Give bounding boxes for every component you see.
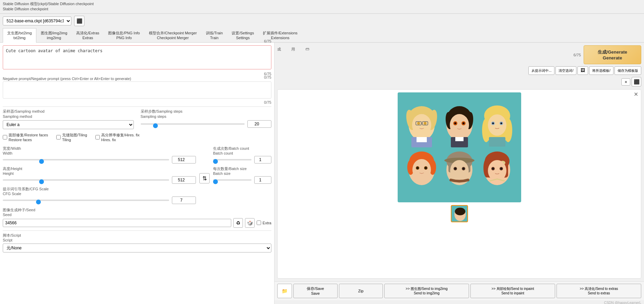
svg-point-54 [462, 168, 464, 170]
left-panel: 6/75 6/75 Negative prompt/Negative promp… [0, 43, 274, 304]
sampling-steps-input[interactable] [247, 120, 271, 128]
save-template-button[interactable]: 将所选模板/ [589, 66, 613, 75]
svg-rect-12 [417, 137, 427, 142]
script-select[interactable]: 元/None None [3, 244, 271, 252]
seed-label: 图像生成种子/Seed Seed [3, 207, 271, 217]
tab-extras[interactable]: 高清化/Extras Extras [72, 28, 104, 43]
svg-point-41 [412, 159, 431, 180]
prompt-token-display: 6/75 [3, 72, 271, 76]
save-button[interactable]: 保存/Save Save [293, 284, 338, 299]
restore-faces-checkbox[interactable]: 面部修复/Restore faces Restore faces [3, 133, 48, 142]
tab-checkpoint[interactable]: 模型合并/Checkpoint Merger Checkpoint Merger [144, 28, 201, 43]
thumbnail-strip [451, 205, 468, 222]
svg-point-30 [488, 114, 506, 136]
batch-count-input[interactable] [254, 156, 271, 164]
save-folder-button[interactable]: 📁 [277, 284, 292, 299]
prompt-counter-top: 6/75 [574, 53, 581, 57]
resize-toggle-button[interactable]: ⇅ [199, 173, 210, 183]
svg-point-45 [425, 167, 426, 169]
width-label: 宽度/Width Width [3, 146, 196, 155]
hires-fix-checkbox[interactable]: 高分辨率修复/Hires. fix Hires. fix [95, 133, 140, 142]
seed-extra-checkbox[interactable]: Extra [257, 221, 271, 225]
cfg-scale-slider[interactable] [3, 200, 169, 201]
styles-icon-button[interactable]: 🖼 [577, 66, 588, 75]
x-button[interactable]: × [621, 78, 630, 86]
right-label-yong: 用 [291, 47, 295, 52]
script-label: 脚本/Script Script [3, 233, 271, 242]
batch-size-input[interactable] [254, 176, 271, 184]
prompt-input[interactable] [3, 45, 271, 69]
svg-point-67 [455, 208, 465, 215]
svg-point-53 [454, 168, 456, 170]
app-header: Stable Diffusion 模型(ckpt)/Stable Diffusi… [0, 0, 644, 14]
tab-img2img[interactable]: 图生图/img2img img2img [36, 28, 72, 43]
svg-point-64 [500, 168, 502, 170]
batch-count-label: 生成次数/Batch count Batch count [213, 146, 271, 155]
seed-random-button[interactable]: 🎲 [245, 218, 255, 228]
tab-train[interactable]: 训练/Train Train [201, 28, 227, 43]
negative-token-display: 0/75 [3, 100, 271, 104]
svg-point-44 [417, 167, 418, 169]
prompt-token-counter: 6/75 [264, 39, 271, 43]
negative-prompt-input[interactable] [3, 81, 271, 99]
svg-point-5 [412, 114, 431, 136]
anime-image [398, 92, 521, 202]
svg-point-34 [500, 123, 502, 124]
svg-point-22 [462, 122, 465, 124]
sampling-method-label: 采样器/Sampling method Sampling method [3, 109, 134, 119]
checkbox-row: 面部修复/Restore faces Restore faces 无缝陆图/Ti… [3, 133, 271, 142]
script-section: 脚本/Script Script 元/None None [3, 233, 271, 252]
right-panel: 成 用 🗃 6/75 生成/Generate Generate [274, 43, 644, 304]
negative-prompt-label: Negative prompt/Negative prompt (press C… [3, 77, 271, 81]
model-row: 512-base-ema.ckpt [d635794c1f] ⬛ [0, 14, 644, 28]
watermark: CSDN @happyLearnerL [274, 300, 644, 304]
from-prompt-button[interactable]: 从提示词中... [528, 66, 554, 75]
sampling-method-select[interactable]: Euler a [3, 120, 134, 129]
send-extras-button[interactable]: >> 高清化/Send to extras Send to extras [557, 284, 641, 299]
height-slider[interactable] [3, 179, 169, 181]
svg-point-63 [492, 168, 494, 170]
tab-bar: 文生图/txt2img txt2img 图生图/img2img img2img … [0, 28, 644, 43]
sampling-steps-slider[interactable] [141, 123, 245, 125]
zip-button[interactable]: Zip [339, 284, 383, 299]
model-icon-button[interactable]: ⬛ [74, 16, 84, 26]
clear-selected-button[interactable]: 清空选词/ [555, 66, 576, 75]
batch-size-slider[interactable] [213, 179, 251, 181]
svg-point-21 [454, 122, 456, 124]
tab-pnginfo[interactable]: 图像信息/PNG Info PNG Info [104, 28, 144, 43]
right-label-archive: 🗃 [305, 47, 309, 52]
send-img2img-button[interactable]: >> 图生图/Send to img2img Send to img2img [384, 284, 469, 299]
sampling-steps-label: 采样步数/Sampling steps Sampling steps [141, 109, 272, 119]
svg-point-18 [450, 114, 469, 136]
cfg-scale-input[interactable] [172, 196, 196, 204]
batch-count-slider[interactable] [213, 159, 251, 160]
seed-recycle-button[interactable]: ♻ [233, 218, 243, 228]
model-select[interactable]: 512-base-ema.ckpt [d635794c1f] [3, 16, 71, 25]
seed-input[interactable] [3, 219, 231, 227]
thumbnail-1[interactable] [451, 205, 468, 222]
height-input[interactable] [172, 176, 196, 184]
svg-point-60 [488, 160, 506, 181]
svg-point-9 [417, 122, 420, 125]
svg-rect-24 [455, 137, 464, 141]
width-slider[interactable] [3, 159, 169, 160]
square-button[interactable]: ⬛ [632, 77, 641, 87]
tab-txt2img[interactable]: 文生图/txt2img txt2img [3, 28, 36, 43]
height-label: 高度/Height Height [3, 166, 196, 176]
svg-point-10 [424, 122, 426, 125]
send-inpaint-button[interactable]: >> 局部绘制/Send to inpaint Send to inpaint [470, 284, 555, 299]
batch-size-label: 每次数量/Batch size Batch size [213, 166, 271, 176]
width-input[interactable] [172, 156, 196, 164]
image-close-button[interactable]: ✕ [634, 91, 638, 98]
tiling-checkbox[interactable]: 无缝陆图/Tiling Tiling [56, 133, 87, 142]
bottom-buttons-row: 📁 保存/Save Save Zip >> 图生图/Send to img2im… [274, 281, 644, 301]
main-layout: 6/75 6/75 Negative prompt/Negative promp… [0, 43, 644, 304]
app-title: Stable Diffusion 模型(ckpt)/Stable Diffusi… [3, 1, 641, 12]
image-display-area: ✕ [277, 89, 641, 279]
save-version-button[interactable]: 储存为模板版 [614, 66, 641, 75]
svg-point-33 [492, 123, 494, 124]
generate-button[interactable]: 生成/Generate Generate [584, 45, 641, 64]
svg-rect-35 [489, 137, 505, 147]
svg-point-50 [450, 160, 469, 181]
tab-settings[interactable]: 设置/Settings Settings [227, 28, 258, 43]
